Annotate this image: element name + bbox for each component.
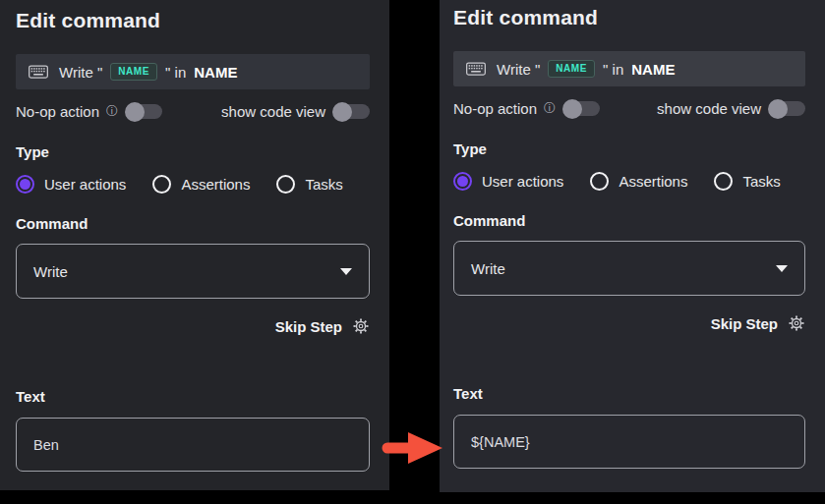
command-label: Command — [453, 212, 805, 229]
gear-icon[interactable] — [788, 314, 805, 332]
command-preview-middle: " in — [603, 61, 623, 78]
type-label: Type — [453, 140, 805, 157]
info-icon: ⓘ — [544, 100, 556, 117]
edit-command-panel-after: Edit command Write " NAME " in NAME — [440, 0, 825, 492]
type-label: Type — [16, 143, 370, 160]
command-preview-target: NAME — [194, 64, 237, 81]
radio-assertions[interactable]: Assertions — [590, 172, 687, 191]
radio-label: Tasks — [305, 176, 342, 193]
skip-step-label: Skip Step — [275, 318, 342, 335]
command-preview-bar: Write " NAME " in NAME — [453, 51, 805, 86]
text-label: Text — [453, 385, 805, 402]
keyboard-icon — [29, 65, 48, 79]
radio-label: User actions — [44, 176, 126, 193]
command-preview-prefix: Write " — [497, 61, 540, 78]
edit-command-panel-before: Edit command Write " NAME " in NAME — [0, 0, 389, 490]
show-code-view-label: show code view — [657, 100, 761, 117]
keyboard-icon — [466, 62, 486, 76]
radio-tasks[interactable]: Tasks — [276, 175, 342, 194]
dialog-title: Edit command — [453, 5, 805, 30]
noop-action-label: No-op action — [16, 103, 99, 120]
radio-assertions[interactable]: Assertions — [152, 175, 250, 194]
type-radio-group: User actions Assertions Tasks — [16, 175, 370, 194]
info-icon: ⓘ — [106, 103, 118, 120]
radio-label: User actions — [482, 173, 563, 190]
gear-icon[interactable] — [352, 317, 370, 335]
noop-action-label: No-op action — [453, 100, 537, 117]
command-preview-middle: " in — [165, 64, 186, 81]
noop-action-toggle[interactable] — [127, 104, 162, 119]
radio-user-actions[interactable]: User actions — [16, 175, 126, 194]
command-label: Command — [16, 215, 370, 232]
text-input[interactable] — [453, 415, 805, 469]
show-code-view-label: show code view — [221, 103, 325, 120]
command-select[interactable]: Write — [453, 241, 805, 296]
noop-action-toggle[interactable] — [564, 101, 600, 116]
right-arrow-icon — [380, 429, 446, 467]
text-label: Text — [16, 388, 370, 405]
chevron-down-icon — [340, 268, 352, 275]
dialog-title: Edit command — [16, 8, 370, 33]
command-select-value: Write — [33, 263, 68, 280]
show-code-view-toggle[interactable] — [334, 104, 370, 119]
command-select-value: Write — [471, 260, 505, 277]
radio-label: Assertions — [181, 176, 250, 193]
radio-circle-icon — [453, 172, 472, 191]
command-preview-prefix: Write " — [59, 64, 102, 81]
show-code-view-toggle[interactable] — [770, 101, 805, 116]
radio-circle-icon — [714, 172, 733, 191]
type-radio-group: User actions Assertions Tasks — [453, 172, 805, 191]
radio-user-actions[interactable]: User actions — [453, 172, 563, 191]
radio-circle-icon — [590, 172, 609, 191]
radio-label: Assertions — [619, 173, 687, 190]
command-preview-bar: Write " NAME " in NAME — [16, 54, 370, 89]
skip-step-label: Skip Step — [711, 315, 778, 332]
variable-badge: NAME — [110, 63, 157, 81]
chevron-down-icon — [776, 265, 788, 272]
radio-label: Tasks — [742, 173, 780, 190]
command-preview-target: NAME — [631, 61, 675, 78]
radio-circle-icon — [152, 175, 171, 194]
radio-circle-icon — [16, 175, 34, 194]
variable-badge: NAME — [548, 60, 595, 78]
text-input[interactable] — [16, 418, 370, 472]
radio-tasks[interactable]: Tasks — [714, 172, 780, 191]
radio-circle-icon — [276, 175, 295, 194]
command-select[interactable]: Write — [16, 244, 370, 299]
